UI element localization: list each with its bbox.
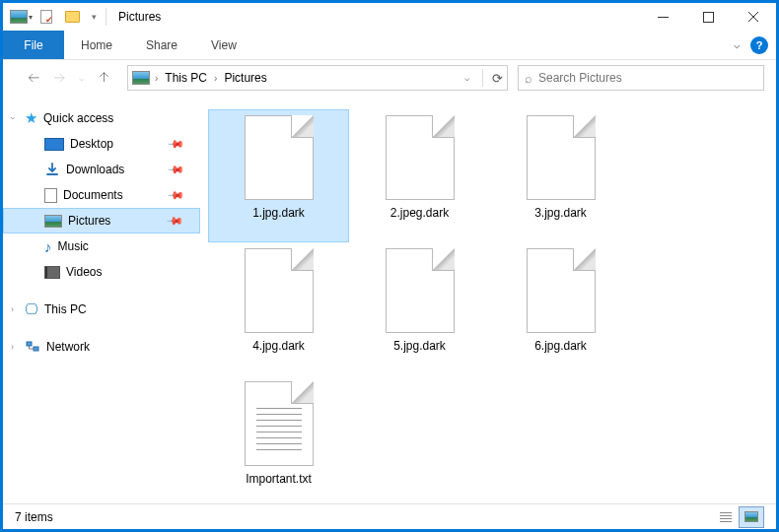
chevron-right-icon[interactable]: › (11, 342, 14, 352)
up-button[interactable]: 🡡 (94, 67, 115, 89)
pin-icon: 📌 (166, 134, 184, 153)
pictures-icon (44, 215, 62, 228)
blank-file-icon (386, 248, 455, 333)
file-item[interactable]: 3.jpg.dark (490, 109, 631, 242)
file-item[interactable]: Important.txt (208, 375, 349, 503)
window-title: Pictures (118, 10, 161, 24)
sidebar-item-label: Documents (63, 188, 123, 202)
tab-view[interactable]: View (194, 31, 253, 59)
svg-rect-5 (34, 347, 38, 351)
qat-customize-icon[interactable]: ▾ (86, 6, 102, 28)
titlebar: ▾ ✔ ▾ Pictures (3, 3, 776, 31)
breadcrumb-folder[interactable]: Pictures (222, 71, 268, 85)
file-name: 6.jpg.dark (534, 339, 587, 353)
blank-file-icon (527, 248, 596, 333)
video-icon (44, 266, 60, 279)
qat-new-folder-icon[interactable] (60, 6, 84, 28)
desktop-icon (44, 138, 64, 151)
file-item[interactable]: 5.jpg.dark (349, 242, 490, 375)
file-name: 1.jpg.dark (252, 206, 305, 220)
status-bar: 7 items (3, 503, 776, 529)
sidebar-network[interactable]: › Network (3, 334, 200, 360)
sidebar-item-label: Music (58, 239, 89, 253)
star-icon: ★ (25, 109, 37, 127)
file-list[interactable]: 1.jpg.dark2.jpeg.dark3.jpg.dark4.jpg.dar… (200, 96, 776, 503)
maximize-button[interactable] (685, 3, 731, 31)
ribbon: File Home Share View ⌵ ? (3, 31, 776, 60)
tab-home[interactable]: Home (64, 31, 129, 59)
document-icon (44, 188, 57, 203)
search-input[interactable] (538, 71, 757, 85)
sidebar-item-downloads[interactable]: Downloads 📌 (3, 157, 200, 182)
sidebar-item-pictures[interactable]: Pictures 📌 (3, 208, 200, 233)
file-name: Important.txt (246, 472, 312, 486)
text-file-icon (245, 381, 314, 466)
svg-rect-4 (27, 342, 32, 346)
file-item[interactable]: 2.jpeg.dark (349, 109, 490, 242)
location-icon (132, 71, 150, 85)
pin-icon: 📌 (166, 160, 184, 178)
downloads-icon (44, 162, 60, 177)
file-name: 2.jpeg.dark (390, 206, 449, 220)
address-dropdown-icon[interactable]: ⌵ (464, 73, 469, 83)
sidebar-item-label: Downloads (66, 163, 124, 176)
file-item[interactable]: 1.jpg.dark (208, 109, 349, 242)
sidebar-item-label: Quick access (43, 111, 113, 125)
sidebar-item-label: Network (46, 340, 90, 354)
chevron-right-icon[interactable]: › (11, 304, 14, 314)
sidebar-item-desktop[interactable]: Desktop 📌 (3, 131, 200, 157)
item-count: 7 items (15, 510, 53, 524)
search-box[interactable]: ⌕ (518, 65, 764, 91)
address-bar[interactable]: › This PC › Pictures ⌵ ⟳ (127, 65, 508, 91)
view-details-button[interactable] (713, 506, 739, 528)
file-name: 5.jpg.dark (393, 339, 446, 353)
blank-file-icon (245, 248, 314, 333)
svg-rect-1 (703, 12, 713, 22)
forward-button[interactable]: 🡢 (48, 67, 70, 89)
file-item[interactable]: 4.jpg.dark (208, 242, 349, 375)
sidebar-this-pc[interactable]: › 🖵 This PC (3, 297, 200, 322)
qat-properties[interactable]: ✔ (35, 6, 58, 28)
view-large-icons-button[interactable] (739, 506, 764, 528)
minimize-button[interactable] (640, 3, 685, 31)
tab-file[interactable]: File (3, 31, 64, 59)
app-icon[interactable]: ▾ (9, 6, 33, 28)
navigation-pane: › ★ Quick access Desktop 📌 Downloads 📌 D… (3, 96, 200, 503)
file-name: 4.jpg.dark (252, 339, 305, 353)
refresh-icon[interactable]: ⟳ (492, 71, 503, 86)
sidebar-quick-access[interactable]: › ★ Quick access (3, 105, 200, 131)
back-button[interactable]: 🡠 (23, 67, 44, 89)
pin-icon: 📌 (165, 211, 183, 230)
navigation-bar: 🡠 🡢 ⌵ 🡡 › This PC › Pictures ⌵ ⟳ ⌕ (3, 60, 776, 96)
chevron-down-icon[interactable]: › (8, 117, 18, 120)
help-icon[interactable]: ? (750, 36, 768, 54)
sidebar-item-label: This PC (44, 302, 87, 316)
sidebar-item-label: Videos (66, 265, 102, 279)
ribbon-expand-icon[interactable]: ⌵ (734, 38, 741, 51)
blank-file-icon (386, 115, 455, 200)
sidebar-item-music[interactable]: ♪ Music (3, 233, 200, 259)
file-name: 3.jpg.dark (534, 206, 587, 220)
chevron-right-icon[interactable]: › (155, 73, 158, 84)
pin-icon: 📌 (166, 185, 184, 204)
pc-icon: 🖵 (25, 301, 38, 317)
sidebar-item-label: Desktop (70, 137, 113, 151)
sidebar-item-videos[interactable]: Videos (3, 259, 200, 285)
breadcrumb-root[interactable]: This PC (163, 71, 209, 85)
sidebar-item-label: Pictures (68, 214, 110, 228)
chevron-right-icon[interactable]: › (214, 73, 217, 84)
blank-file-icon (245, 115, 314, 200)
search-icon: ⌕ (525, 71, 532, 86)
close-button[interactable] (731, 3, 776, 31)
blank-file-icon (527, 115, 596, 200)
music-icon: ♪ (44, 238, 52, 255)
sidebar-item-documents[interactable]: Documents 📌 (3, 182, 200, 208)
network-icon (25, 339, 40, 355)
tab-share[interactable]: Share (129, 31, 194, 59)
recent-locations-button[interactable]: ⌵ (74, 67, 88, 89)
file-item[interactable]: 6.jpg.dark (490, 242, 631, 375)
